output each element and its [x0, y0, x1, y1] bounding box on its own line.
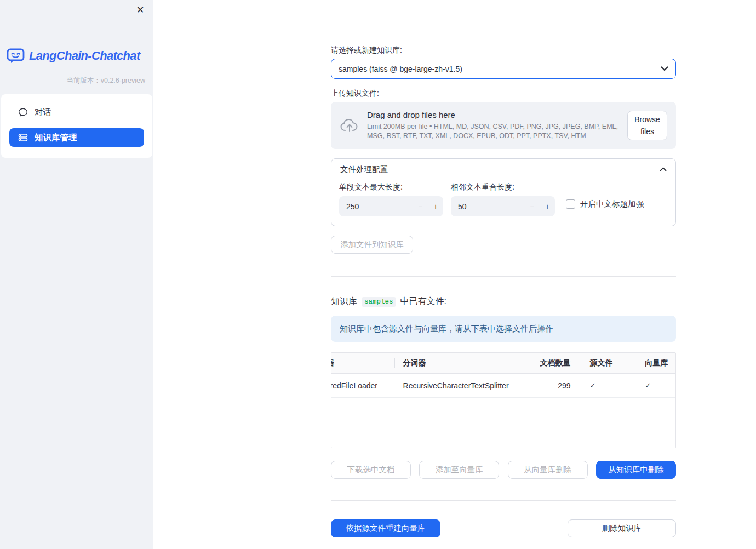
delete-from-vector-store-button[interactable]: 从向量库删除 — [508, 461, 588, 479]
expander-header[interactable]: 文件处理配置 — [331, 159, 675, 180]
sidebar: ✕ LangChain-Chatchat 当前版本：v0.2.6-preview — [0, 0, 153, 549]
overlap-size-decrement-button[interactable]: − — [524, 196, 540, 216]
upload-label: 上传知识文件: — [331, 89, 676, 99]
cell-doc-count: 299 — [519, 374, 579, 397]
overlap-size-group: 相邻文本重合长度: 50 − + — [451, 182, 555, 216]
delete-from-kb-button[interactable]: 从知识库中删除 — [596, 461, 676, 479]
upload-cloud-icon — [340, 117, 359, 134]
expander-title: 文件处理配置 — [340, 164, 388, 175]
chunk-size-increment-button[interactable]: + — [428, 196, 443, 216]
chunk-size-value: 250 — [339, 202, 413, 211]
files-table[interactable]: 文档加载器 分词器 文档数量 源文件 向量库 UnstructuredFileL… — [331, 352, 676, 448]
overlap-size-increment-button[interactable]: + — [540, 196, 555, 216]
existing-files-heading: 知识库 samples 中已有文件: — [331, 296, 676, 307]
cell-vector-store-check: ✓ — [634, 374, 675, 397]
column-header-loader[interactable]: 文档加载器 — [331, 353, 394, 373]
sidebar-item-label: 知识库管理 — [35, 132, 77, 144]
sidebar-item-dialogue[interactable]: 对话 — [9, 103, 144, 122]
rebuild-vector-store-button[interactable]: 依据源文件重建向量库 — [331, 519, 440, 537]
app-title: LangChain-Chatchat — [29, 49, 140, 63]
overlap-size-value: 50 — [451, 202, 524, 211]
column-header-source-file[interactable]: 源文件 — [579, 353, 634, 373]
delete-kb-button[interactable]: 删除知识库 — [568, 519, 676, 537]
table-header-row: 文档加载器 分词器 文档数量 源文件 向量库 — [331, 353, 675, 374]
overlap-size-input[interactable]: 50 − + — [451, 196, 555, 216]
file-config-expander: 文件处理配置 单段文本最大长度: 250 − + 相邻文 — [331, 158, 676, 226]
chatchat-logo-icon — [7, 47, 25, 65]
overlap-size-label: 相邻文本重合长度: — [451, 182, 555, 192]
checkbox-box[interactable] — [566, 199, 575, 209]
sidebar-close-icon[interactable]: ✕ — [134, 3, 147, 16]
dropzone-text: Drag and drop files here Limit 200MB per… — [367, 110, 620, 141]
add-to-vector-store-button[interactable]: 添加至向量库 — [419, 461, 499, 479]
add-files-to-kb-button[interactable]: 添加文件到知识库 — [331, 236, 413, 254]
expander-body: 单段文本最大长度: 250 − + 相邻文本重合长度: 50 − + — [331, 180, 675, 226]
kb-stack-icon — [18, 133, 28, 142]
chevron-up-icon — [660, 167, 667, 171]
download-selected-button[interactable]: 下载选中文档 — [331, 461, 411, 479]
browse-files-button[interactable]: Browse files — [627, 111, 667, 141]
column-header-label: 文档加载器 — [331, 358, 334, 368]
chunk-size-input[interactable]: 250 − + — [339, 196, 443, 216]
sidebar-item-label: 对话 — [35, 107, 51, 118]
file-dropzone[interactable]: Drag and drop files here Limit 200MB per… — [331, 102, 676, 149]
table-row[interactable]: UnstructuredFileLoader RecursiveCharacte… — [331, 374, 675, 398]
sidebar-nav: 对话 知识库管理 — [1, 94, 152, 158]
kb-select-value: samples (faiss @ bge-large-zh-v1.5) — [339, 65, 661, 73]
app-logo: LangChain-Chatchat — [7, 47, 147, 65]
divider — [331, 500, 676, 501]
cell-splitter: RecursiveCharacterTextSplitter — [394, 374, 519, 397]
kb-actions-row: 依据源文件重建向量库 删除知识库 — [331, 519, 676, 537]
chunk-size-group: 单段文本最大长度: 250 − + — [339, 182, 443, 216]
info-banner: 知识库中包含源文件与向量库，请从下表中选择文件后操作 — [331, 316, 676, 342]
app-window: ✕ LangChain-Chatchat 当前版本：v0.2.6-preview — [0, 0, 756, 549]
heading-suffix: 中已有文件: — [400, 296, 446, 307]
chat-bubble-icon — [18, 107, 28, 117]
zh-title-enhance-checkbox[interactable]: 开启中文标题加强 — [566, 199, 644, 209]
version-text: 当前版本：v0.2.6-preview — [0, 76, 145, 85]
cell-loader: UnstructuredFileLoader — [331, 374, 394, 397]
chunk-size-label: 单段文本最大长度: — [339, 182, 443, 192]
kb-select[interactable]: samples (faiss @ bge-large-zh-v1.5) — [331, 59, 676, 79]
cell-source-file-check: ✓ — [579, 374, 634, 397]
divider — [331, 276, 676, 277]
sidebar-item-kb-management[interactable]: 知识库管理 — [9, 128, 144, 147]
heading-prefix: 知识库 — [331, 296, 357, 307]
column-header-splitter[interactable]: 分词器 — [394, 353, 519, 373]
dropzone-title: Drag and drop files here — [367, 110, 620, 119]
kb-select-label: 请选择或新建知识库: — [331, 45, 676, 55]
main-content: 请选择或新建知识库: samples (faiss @ bge-large-zh… — [331, 0, 676, 537]
column-header-vector-store[interactable]: 向量库 — [634, 353, 675, 373]
chevron-down-icon — [661, 66, 668, 71]
column-header-doc-count[interactable]: 文档数量 — [519, 353, 579, 373]
dropzone-limit-text: Limit 200MB per file • HTML, MD, JSON, C… — [367, 122, 620, 141]
kb-name-code: samples — [362, 297, 396, 307]
file-actions-row: 下载选中文档 添加至向量库 从向量库删除 从知识库中删除 — [331, 461, 676, 479]
checkbox-label: 开启中文标题加强 — [580, 199, 644, 209]
chunk-size-decrement-button[interactable]: − — [413, 196, 428, 216]
